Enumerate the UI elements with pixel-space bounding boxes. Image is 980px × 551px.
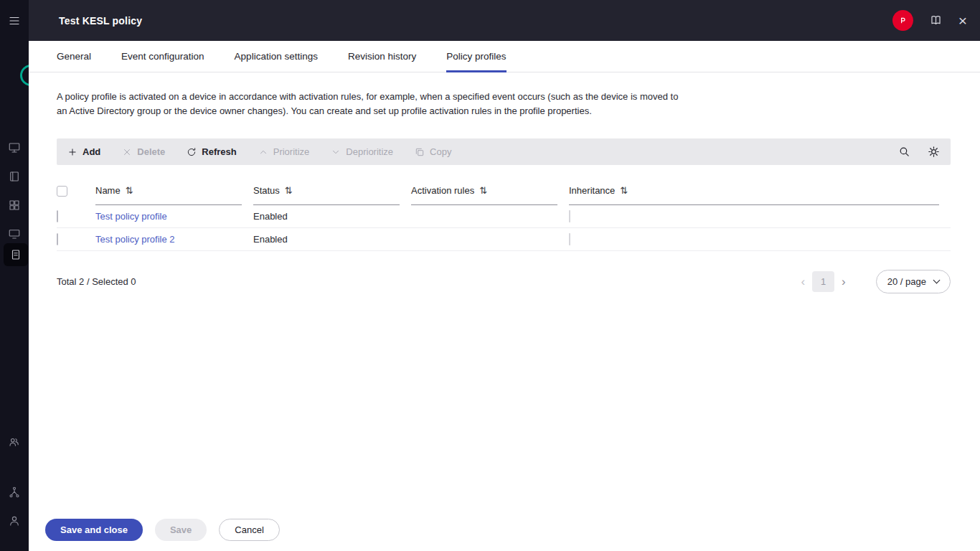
delete-button[interactable]: Delete — [122, 146, 165, 157]
profile-link[interactable]: Test policy profile — [95, 211, 167, 222]
x-icon — [122, 147, 132, 157]
plus-icon — [67, 147, 77, 157]
select-all-checkbox[interactable] — [57, 186, 67, 197]
gear-icon[interactable] — [928, 146, 940, 158]
sort-icon[interactable]: ⇅ — [285, 185, 293, 196]
current-page-button[interactable]: 1 — [812, 271, 834, 292]
column-header-status[interactable]: Status ⇅ — [253, 178, 411, 205]
page-title: Test KESL policy — [59, 15, 142, 27]
hierarchy-icon[interactable] — [0, 481, 29, 504]
column-header-name[interactable]: Name ⇅ — [95, 178, 253, 205]
policy-profile-description: A policy profile is activated on a devic… — [57, 90, 682, 118]
monitoring-dashboard-icon[interactable] — [0, 136, 29, 159]
activation-rules-cell — [411, 205, 569, 228]
sort-icon[interactable]: ⇅ — [620, 185, 628, 196]
tab-application-settings[interactable]: Application settings — [235, 41, 318, 72]
table-row: Test policy profile Enabled — [57, 205, 951, 228]
add-button[interactable]: Add — [67, 146, 100, 157]
copy-icon — [415, 147, 425, 157]
chevron-down-icon — [331, 147, 341, 157]
profile-link[interactable]: Test policy profile 2 — [95, 234, 175, 245]
table-header-row: Name ⇅ Status ⇅ — [57, 178, 951, 205]
titlebar-actions: × — [892, 10, 967, 31]
catalog-book-icon[interactable] — [0, 165, 29, 188]
pagination-controls: ‹ 1 › 20 / page — [793, 270, 951, 293]
status-cell: Enabled — [253, 205, 411, 228]
save-button[interactable]: Save — [155, 519, 207, 541]
sort-icon[interactable]: ⇅ — [479, 185, 487, 196]
table-row: Test policy profile 2 Enabled — [57, 228, 951, 251]
chevron-down-icon — [933, 277, 941, 284]
footer-actions: Save and close Save Cancel — [29, 510, 980, 551]
next-page-icon[interactable]: › — [834, 275, 853, 289]
app-window: Test KESL policy × General Event configu… — [0, 0, 980, 551]
row-checkbox[interactable] — [57, 210, 58, 222]
sidebar-item-policies-active[interactable] — [4, 243, 28, 266]
sort-icon[interactable]: ⇅ — [126, 185, 133, 196]
page-size-select[interactable]: 20 / page — [876, 270, 951, 293]
tab-general[interactable]: General — [57, 41, 91, 72]
pagination-bar: Total 2 / Selected 0 ‹ 1 › 20 / page — [57, 270, 951, 293]
prev-page-icon[interactable]: ‹ — [793, 275, 812, 289]
tab-policy-profiles[interactable]: Policy profiles — [446, 41, 506, 72]
close-icon[interactable]: × — [958, 13, 967, 28]
hamburger-menu-icon[interactable] — [0, 9, 29, 32]
titlebar: Test KESL policy × — [29, 0, 980, 41]
chevron-up-icon — [258, 147, 268, 157]
content-area: A policy profile is activated on a devic… — [29, 72, 980, 510]
apps-grid-icon[interactable] — [0, 194, 29, 217]
main-panel: Test KESL policy × General Event configu… — [29, 0, 980, 551]
selection-summary: Total 2 / Selected 0 — [57, 276, 136, 287]
users-icon[interactable] — [0, 430, 29, 453]
devices-icon[interactable] — [0, 222, 29, 245]
inheritance-checkbox-disabled — [569, 210, 570, 222]
toolbar-right — [898, 146, 940, 158]
column-header-activation-rules[interactable]: Activation rules ⇅ — [411, 178, 569, 205]
copy-button[interactable]: Copy — [415, 146, 451, 157]
help-book-icon[interactable] — [929, 14, 943, 27]
sidebar — [0, 0, 29, 551]
save-and-close-button[interactable]: Save and close — [45, 519, 143, 541]
inheritance-checkbox-disabled — [569, 233, 570, 245]
row-checkbox[interactable] — [57, 233, 58, 245]
tab-revision-history[interactable]: Revision history — [348, 41, 416, 72]
tab-bar: General Event configuration Application … — [29, 41, 980, 72]
refresh-button[interactable]: Refresh — [187, 146, 236, 157]
deprioritize-button[interactable]: Deprioritize — [331, 146, 393, 157]
refresh-icon — [187, 147, 197, 157]
search-icon[interactable] — [898, 146, 910, 158]
kaspersky-logo-arc — [20, 65, 29, 86]
status-cell: Enabled — [253, 228, 411, 251]
profiles-table: Name ⇅ Status ⇅ — [57, 178, 951, 251]
table-toolbar: Add Delete Refresh Prioritize Deprioriti… — [57, 138, 951, 165]
account-person-icon[interactable] — [0, 509, 29, 532]
prioritize-button[interactable]: Prioritize — [258, 146, 310, 157]
cancel-button[interactable]: Cancel — [219, 519, 279, 541]
kaspersky-badge-icon[interactable] — [892, 10, 913, 31]
tab-event-configuration[interactable]: Event configuration — [121, 41, 204, 72]
activation-rules-cell — [411, 228, 569, 251]
column-header-inheritance[interactable]: Inheritance ⇅ — [569, 178, 951, 205]
